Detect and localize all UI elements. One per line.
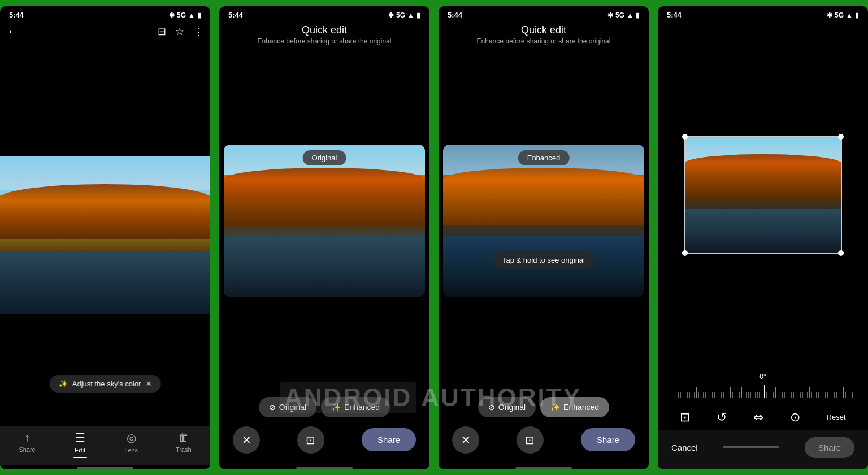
bottom-actions-2: ✕ ⊡ Share	[219, 422, 429, 465]
signal-icon-1: ▲	[188, 11, 195, 19]
ruler-track[interactable]	[658, 383, 868, 400]
aspect-ratio-icon[interactable]: ⊡	[680, 410, 690, 425]
tool-row: ⊡ ↺ ⇔ ⊙ Reset	[658, 404, 868, 430]
crop-corner-tl[interactable]	[682, 134, 688, 140]
rotate-icon[interactable]: ↺	[717, 410, 727, 425]
enhanced-label-3: Enhanced	[563, 403, 599, 412]
battery-icon-4: ▮	[855, 11, 859, 19]
freeform-icon[interactable]: ⊙	[790, 410, 800, 425]
degree-label: 0°	[760, 373, 766, 381]
edit-icon: ☰	[75, 431, 85, 445]
chip-icon: ✨	[59, 380, 68, 388]
original-icon-3: ⊘	[488, 403, 495, 412]
nav-trash[interactable]: 🗑 Trash	[176, 431, 192, 458]
bluetooth-icon-4: ✱	[827, 11, 832, 19]
cast-icon[interactable]: ⊟	[158, 25, 166, 38]
enhanced-label-2: Enhanced	[344, 403, 380, 412]
main-container: 5:44 ✱ 5G ▲ ▮ ← ⊟ ☆ ⋮	[0, 0, 868, 475]
topbar-icons: ⊟ ☆ ⋮	[158, 25, 203, 38]
enhanced-toggle-2[interactable]: ✨ Enhanced	[321, 397, 390, 417]
status-icons-1: ✱ 5G ▲ ▮	[169, 11, 201, 19]
star-icon[interactable]: ☆	[175, 25, 184, 38]
crop-corner-tr[interactable]	[838, 134, 844, 140]
screen3-header: Quick edit Enhance before sharing or sha…	[439, 22, 649, 52]
nav-edit[interactable]: ☰ Edit	[73, 431, 87, 458]
status-icons-2: ✱ 5G ▲ ▮	[388, 11, 420, 19]
close-icon-2: ✕	[242, 433, 251, 447]
bottom-actions-3: ✕ ⊡ Share	[439, 422, 649, 465]
photo-water-1	[0, 251, 210, 314]
original-label-3: Original	[498, 403, 526, 412]
quick-edit-title-3: Quick edit	[521, 24, 566, 36]
original-toggle-2[interactable]: ⊘ Original	[259, 397, 316, 417]
bluetooth-icon-2: ✱	[388, 11, 394, 19]
screen-3: 5:44 ✱ 5G ▲ ▮ Quick edit Enhance before …	[439, 6, 649, 469]
water-2	[224, 236, 425, 297]
original-toggle-3[interactable]: ⊘ Original	[478, 397, 536, 417]
close-button-2[interactable]: ✕	[233, 426, 260, 454]
screen2-header: Quick edit Enhance before sharing or sha…	[219, 22, 429, 52]
more-icon[interactable]: ⋮	[193, 25, 203, 38]
time-3: 5:44	[448, 11, 462, 19]
screen-1: 5:44 ✱ 5G ▲ ▮ ← ⊟ ☆ ⋮	[0, 6, 210, 469]
chip-label: Adjust the sky's color	[72, 380, 141, 388]
crop-water	[685, 209, 841, 253]
photo-container-2: Original	[219, 52, 429, 390]
trees-2	[224, 168, 425, 226]
time-1: 5:44	[9, 11, 24, 19]
crop-frame	[684, 136, 842, 254]
crop-button-2[interactable]: ⊡	[297, 426, 324, 454]
status-bar-2: 5:44 ✱ 5G ▲ ▮	[219, 6, 429, 22]
network-label-3: 5G	[615, 11, 624, 19]
trees-3	[443, 168, 644, 226]
network-label-4: 5G	[835, 11, 844, 19]
flip-icon[interactable]: ⇔	[753, 410, 763, 425]
original-icon-2: ⊘	[269, 403, 276, 412]
photo-trees-1	[0, 184, 210, 239]
edit-label: Edit	[75, 447, 85, 454]
share-button-4[interactable]: Share	[805, 437, 854, 458]
time-4: 5:44	[667, 11, 682, 19]
crop-corner-br[interactable]	[838, 250, 844, 256]
quick-edit-title-2: Quick edit	[302, 24, 347, 36]
signal-icon-3: ▲	[627, 11, 633, 19]
crop-button-3[interactable]: ⊡	[517, 426, 544, 454]
battery-icon-1: ▮	[197, 11, 201, 19]
quick-edit-subtitle-2: Enhance before sharing or share the orig…	[258, 37, 392, 45]
close-icon-3: ✕	[461, 433, 471, 447]
network-label-2: 5G	[396, 11, 405, 19]
bottom-bar-4: Cancel Share	[658, 430, 868, 469]
signal-icon-4: ▲	[846, 11, 853, 19]
enhanced-toggle-3[interactable]: ✨ Enhanced	[540, 397, 609, 417]
reset-button[interactable]: Reset	[827, 413, 846, 421]
photo-container-3: Enhanced Tap & hold to see original	[439, 52, 649, 390]
share-button-2[interactable]: Share	[362, 428, 416, 451]
back-button[interactable]: ←	[7, 24, 19, 39]
tap-hold-label: Tap & hold to see original	[493, 251, 594, 269]
trash-label: Trash	[176, 446, 192, 453]
status-bar-4: 5:44 ✱ 5G ▲ ▮	[658, 6, 868, 22]
lens-icon: ◎	[127, 431, 136, 445]
share-button-3[interactable]: Share	[581, 428, 635, 451]
status-icons-3: ✱ 5G ▲ ▮	[607, 11, 640, 19]
chip-close-icon[interactable]: ✕	[145, 380, 151, 388]
sky-color-chip[interactable]: ✨ Adjust the sky's color ✕	[50, 375, 161, 393]
original-badge: Original	[303, 150, 346, 165]
screen-4: 5:44 ✱ 5G ▲ ▮	[658, 6, 868, 469]
photo-3: Enhanced Tap & hold to see original	[443, 145, 644, 297]
close-button-3[interactable]: ✕	[452, 426, 479, 454]
nav-share[interactable]: ↑ Share	[19, 431, 35, 458]
screens-wrapper: 5:44 ✱ 5G ▲ ▮ ← ⊟ ☆ ⋮	[0, 6, 868, 469]
photo-2: Original	[224, 145, 425, 297]
home-indicator-2	[296, 467, 353, 469]
battery-icon-3: ▮	[636, 11, 640, 19]
status-bar-3: 5:44 ✱ 5G ▲ ▮	[439, 6, 649, 22]
crop-icon-2: ⊡	[306, 433, 315, 447]
bluetooth-icon-3: ✱	[607, 11, 613, 19]
crop-corner-bl[interactable]	[682, 250, 688, 256]
cancel-button[interactable]: Cancel	[671, 443, 698, 452]
screen1-topbar: ← ⊟ ☆ ⋮	[0, 22, 210, 43]
rotation-ruler: 0°	[658, 368, 868, 404]
nav-lens[interactable]: ◎ Lens	[124, 431, 138, 458]
battery-icon-2: ▮	[416, 11, 420, 19]
